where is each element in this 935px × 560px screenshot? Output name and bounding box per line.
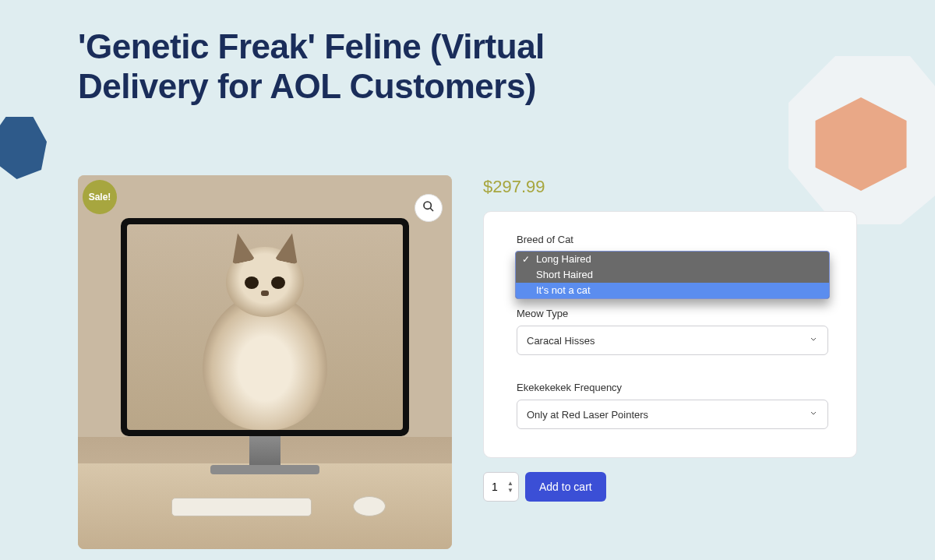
- decorative-blob-left: [0, 117, 47, 179]
- freq-field: Ekekekekek Frequency Only at Red Laser P…: [517, 382, 828, 429]
- breed-field: Breed of Cat Long Haired Short Haired It…: [517, 234, 828, 245]
- cart-row: 1 ▲ ▼ Add to cart: [483, 472, 857, 502]
- breed-dropdown-open[interactable]: Long Haired Short Haired It's not a cat: [515, 251, 830, 299]
- meow-label: Meow Type: [517, 308, 828, 319]
- svg-point-0: [424, 202, 431, 209]
- product-price: $297.99: [483, 177, 857, 197]
- quantity-spinner[interactable]: ▲ ▼: [506, 476, 515, 498]
- freq-select[interactable]: Only at Red Laser Pointers: [517, 400, 828, 429]
- meow-select-value: Caracal Hisses: [527, 335, 595, 347]
- product-illustration: [78, 175, 452, 549]
- quantity-stepper[interactable]: 1 ▲ ▼: [483, 472, 519, 502]
- breed-option-short-haired[interactable]: Short Haired: [516, 267, 829, 283]
- freq-select-value: Only at Red Laser Pointers: [527, 409, 648, 421]
- freq-label: Ekekekekek Frequency: [517, 382, 828, 393]
- breed-label: Breed of Cat: [517, 234, 828, 245]
- sale-badge: Sale!: [83, 180, 117, 214]
- product-details: $297.99 Breed of Cat Long Haired Short H…: [483, 175, 857, 549]
- add-to-cart-button[interactable]: Add to cart: [525, 472, 606, 502]
- chevron-down-icon: [809, 335, 818, 347]
- breed-option-not-a-cat[interactable]: It's not a cat: [516, 283, 829, 298]
- zoom-button[interactable]: [415, 194, 443, 222]
- meow-select[interactable]: Caracal Hisses: [517, 326, 828, 355]
- quantity-down-icon[interactable]: ▼: [506, 488, 515, 494]
- meow-field: Meow Type Caracal Hisses: [517, 308, 828, 355]
- product-area: Sale!: [78, 175, 857, 549]
- magnifier-icon: [422, 200, 435, 216]
- svg-line-1: [430, 208, 433, 211]
- product-image[interactable]: Sale!: [78, 175, 452, 549]
- quantity-value: 1: [492, 481, 498, 493]
- options-card: Breed of Cat Long Haired Short Haired It…: [483, 211, 857, 458]
- product-title: 'Genetic Freak' Feline (Virtual Delivery…: [78, 27, 545, 106]
- quantity-up-icon[interactable]: ▲: [506, 481, 515, 487]
- breed-option-long-haired[interactable]: Long Haired: [516, 252, 829, 267]
- chevron-down-icon: [809, 409, 818, 421]
